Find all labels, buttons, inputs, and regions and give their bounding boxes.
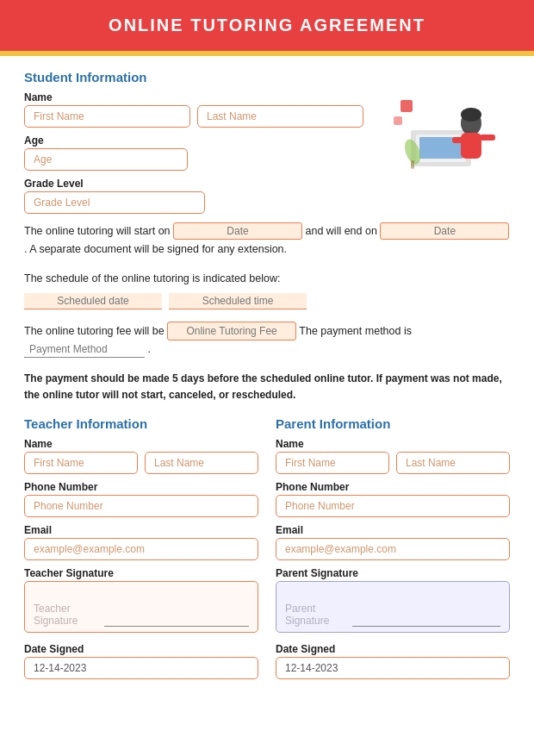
teacher-date-label: Date Signed (24, 643, 258, 655)
teacher-phone[interactable] (24, 495, 258, 517)
schedule-date-text: The online tutoring will start on and wi… (24, 222, 510, 259)
teacher-sig-line (104, 626, 249, 627)
student-age[interactable] (24, 148, 188, 171)
start-text: The online tutoring will start on (24, 225, 171, 237)
svg-rect-9 (394, 116, 402, 125)
illustration-svg (376, 78, 506, 182)
teacher-signature-box[interactable]: Teacher Signature (24, 581, 258, 633)
student-section-title: Student Information (24, 70, 363, 84)
student-last-name[interactable] (197, 105, 363, 128)
student-illustration (372, 74, 510, 186)
parent-col: Parent Information Name Phone Number Ema… (276, 416, 510, 679)
teacher-date-signed[interactable] (24, 657, 258, 679)
svg-rect-8 (400, 100, 413, 112)
parent-sig-line (352, 626, 500, 627)
notice-text: The payment should be made 5 days before… (24, 371, 510, 403)
teacher-first-name[interactable] (24, 452, 138, 474)
teacher-signature-label: Teacher Signature (24, 567, 258, 579)
end-text: and will end on (306, 225, 377, 237)
student-age-label: Age (24, 134, 363, 147)
scheduled-date-input[interactable] (24, 293, 162, 309)
svg-rect-5 (452, 137, 468, 143)
teacher-section-title: Teacher Information (24, 416, 258, 431)
parent-phone-label: Phone Number (276, 481, 510, 493)
fee-input[interactable] (167, 322, 296, 341)
teacher-email[interactable] (24, 538, 258, 560)
teacher-phone-label: Phone Number (24, 481, 258, 493)
parent-first-name[interactable] (276, 452, 389, 474)
student-first-name[interactable] (24, 105, 190, 128)
student-fields: Student Information Name Age Grade Level (24, 70, 363, 214)
parent-email[interactable] (276, 538, 510, 560)
fee-intro: The online tutoring fee will be (24, 325, 165, 337)
svg-rect-6 (480, 134, 495, 141)
main-content: Student Information Name Age Grade Level (0, 56, 534, 700)
payment-method-input[interactable] (24, 341, 145, 358)
teacher-email-label: Email (24, 524, 258, 536)
teacher-last-name[interactable] (145, 452, 258, 474)
svg-rect-4 (461, 133, 481, 159)
parent-signature-label: Parent Signature (276, 567, 510, 579)
parent-name-label: Name (276, 438, 510, 450)
page: ONLINE TUTORING AGREEMENT Student Inform… (0, 0, 534, 756)
end-date-input[interactable] (380, 222, 509, 240)
parent-last-name[interactable] (396, 452, 510, 474)
parent-signature-box[interactable]: Parent Signature (276, 581, 510, 633)
teacher-name-label: Name (24, 438, 258, 450)
parent-date-label: Date Signed (276, 643, 510, 655)
teacher-parent-section: Teacher Information Name Phone Number Em… (24, 416, 510, 679)
student-grade-label: Grade Level (24, 178, 363, 190)
schedule-intro: The schedule of the online tutoring is i… (24, 270, 510, 288)
parent-section-title: Parent Information (276, 416, 510, 431)
student-name-row (24, 105, 363, 128)
teacher-signature-placeholder: Teacher Signature (34, 603, 104, 627)
page-header: ONLINE TUTORING AGREEMENT (0, 0, 534, 51)
parent-email-label: Email (276, 524, 510, 536)
student-grade[interactable] (24, 191, 205, 214)
student-info-section: Student Information Name Age Grade Level (24, 70, 510, 214)
method-intro: The payment method is (299, 325, 412, 337)
teacher-col: Teacher Information Name Phone Number Em… (24, 416, 258, 679)
student-name-label: Name (24, 91, 363, 103)
svg-rect-11 (411, 160, 414, 169)
scheduled-time-input[interactable] (169, 293, 307, 309)
parent-date-signed[interactable] (276, 657, 510, 679)
start-date-input[interactable] (173, 222, 302, 240)
parent-phone[interactable] (276, 495, 510, 517)
extension-text: . A separate document will be signed for… (24, 243, 287, 255)
schedule-section: The schedule of the online tutoring is i… (24, 270, 510, 309)
page-title: ONLINE TUTORING AGREEMENT (109, 16, 425, 34)
parent-name-row (276, 452, 510, 474)
fee-section: The online tutoring fee will be The paym… (24, 322, 510, 359)
teacher-name-row (24, 452, 258, 474)
svg-point-7 (461, 108, 481, 122)
parent-signature-placeholder: Parent Signature (285, 603, 352, 627)
